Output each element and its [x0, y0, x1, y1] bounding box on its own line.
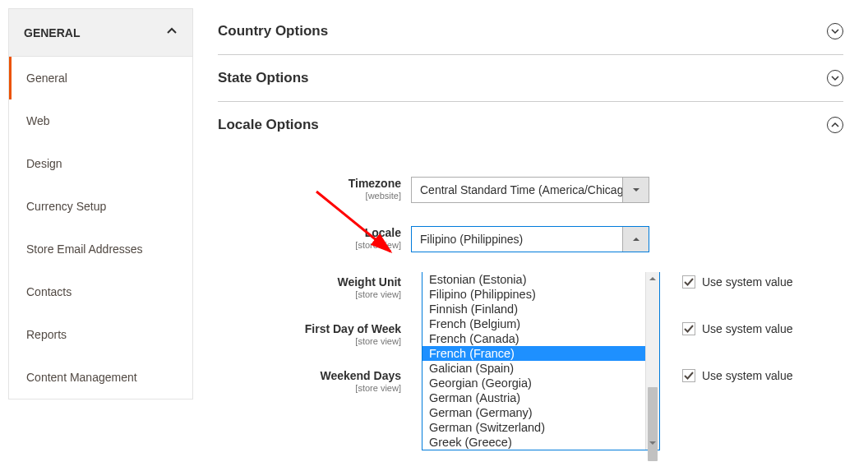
sidebar-item-label: Store Email Addresses [26, 242, 143, 256]
field-scope: [store view] [218, 383, 401, 393]
select-value: Filipino (Philippines) [412, 227, 622, 252]
sidebar-item-content-management[interactable]: Content Management [9, 356, 192, 399]
chevron-down-icon [827, 23, 843, 39]
field-scope: [store view] [218, 240, 401, 250]
scrollbar[interactable] [645, 272, 659, 450]
checkbox-icon [682, 369, 695, 382]
sidebar-item-label: Design [26, 157, 62, 170]
sidebar-item-label: Contacts [26, 285, 72, 298]
scroll-down-icon[interactable] [646, 436, 659, 450]
checkbox-label: Use system value [702, 275, 792, 289]
checkbox-label: Use system value [702, 369, 792, 382]
field-label: Weight Unit [218, 275, 401, 289]
chevron-up-icon [827, 117, 843, 133]
sidebar-group-label: GENERAL [24, 26, 80, 39]
locale-option[interactable]: French (Canada) [422, 331, 645, 346]
sidebar-item-currency-setup[interactable]: Currency Setup [9, 185, 192, 228]
use-system-value-checkbox[interactable]: Use system value [682, 275, 792, 289]
field-label: Locale [218, 226, 401, 239]
chevron-up-icon [166, 25, 178, 39]
locale-option[interactable]: Georgian (Georgia) [422, 376, 645, 390]
field-label: First Day of Week [218, 322, 401, 335]
checkbox-icon [682, 322, 695, 335]
config-sidebar: GENERAL General Web Design Currency Setu… [8, 8, 193, 416]
sidebar-item-store-email-addresses[interactable]: Store Email Addresses [9, 228, 192, 270]
dropdown-trigger-icon [622, 227, 649, 252]
row-locale: Locale [store view] Filipino (Philippine… [218, 226, 843, 252]
field-label: Timezone [218, 177, 401, 190]
field-label: Weekend Days [218, 369, 401, 382]
locale-dropdown[interactable]: Estonian (Estonia)Filipino (Philippines)… [422, 272, 660, 450]
sidebar-item-reports[interactable]: Reports [9, 313, 192, 356]
locale-option[interactable]: German (Switzerland) [422, 420, 645, 435]
sidebar-group-general[interactable]: GENERAL [8, 8, 193, 57]
timezone-select[interactable]: Central Standard Time (America/Chicago) [411, 177, 649, 203]
section-title: State Options [218, 70, 309, 86]
sidebar-item-design[interactable]: Design [9, 142, 192, 185]
use-system-value-checkbox[interactable]: Use system value [682, 322, 792, 335]
sidebar-item-label: Currency Setup [26, 200, 106, 213]
locale-dropdown-list: Estonian (Estonia)Filipino (Philippines)… [422, 272, 645, 450]
sidebar-item-label: Content Management [26, 371, 137, 384]
chevron-down-icon [827, 70, 843, 86]
dropdown-trigger-icon [622, 178, 649, 202]
field-scope: [store view] [218, 336, 401, 346]
use-system-value-checkbox[interactable]: Use system value [682, 369, 792, 382]
scroll-thumb[interactable] [648, 387, 658, 461]
sidebar-item-label: Reports [26, 328, 67, 341]
row-timezone: Timezone [website] Central Standard Time… [218, 177, 843, 203]
field-scope: [website] [218, 191, 401, 201]
locale-option[interactable]: French (France) [422, 346, 645, 361]
section-locale-options[interactable]: Locale Options [218, 102, 843, 148]
locale-option[interactable]: German (Germany) [422, 405, 645, 420]
section-country-options[interactable]: Country Options [218, 8, 843, 55]
locale-option[interactable]: Greek (Greece) [422, 435, 645, 450]
select-value: Central Standard Time (America/Chicago) [412, 178, 622, 202]
section-state-options[interactable]: State Options [218, 55, 843, 102]
sidebar-item-label: Web [26, 114, 50, 127]
locale-option[interactable]: Estonian (Estonia) [422, 272, 645, 287]
locale-option[interactable]: French (Belgium) [422, 316, 645, 331]
locale-option[interactable]: Finnish (Finland) [422, 302, 645, 316]
section-title: Locale Options [218, 117, 319, 133]
sidebar-item-label: General [26, 72, 67, 85]
locale-option[interactable]: Filipino (Philippines) [422, 287, 645, 302]
checkbox-icon [682, 275, 695, 289]
sidebar-items: General Web Design Currency Setup Store … [8, 57, 193, 399]
sidebar-item-web[interactable]: Web [9, 99, 192, 142]
sidebar-item-contacts[interactable]: Contacts [9, 270, 192, 313]
locale-option[interactable]: Galician (Spain) [422, 361, 645, 376]
locale-select[interactable]: Filipino (Philippines) [411, 226, 649, 252]
field-scope: [store view] [218, 289, 401, 299]
section-title: Country Options [218, 23, 328, 39]
locale-option[interactable]: German (Austria) [422, 390, 645, 405]
sidebar-item-general[interactable]: General [9, 57, 192, 99]
checkbox-label: Use system value [702, 322, 792, 335]
scroll-up-icon[interactable] [646, 272, 659, 285]
